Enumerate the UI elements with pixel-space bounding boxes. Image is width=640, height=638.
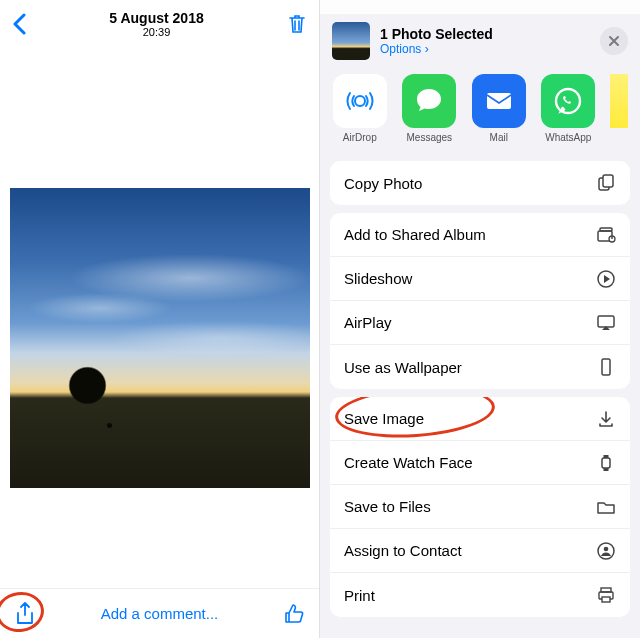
svg-rect-6: [600, 228, 612, 231]
svg-point-2: [556, 89, 580, 113]
action-label: Copy Photo: [344, 175, 422, 192]
photo-image: [10, 188, 310, 488]
share-button[interactable]: [14, 601, 36, 627]
options-link[interactable]: Options ›: [380, 42, 600, 56]
app-label: Mail: [490, 132, 508, 143]
play-icon: [596, 269, 616, 289]
share-apps-row: AirDrop Messages Mail WhatsApp: [320, 68, 640, 153]
messages-icon: [402, 74, 456, 128]
sheet-thumbnail: [332, 22, 370, 60]
action-label: Create Watch Face: [344, 454, 473, 471]
action-shared-album[interactable]: Add to Shared Album: [330, 213, 630, 257]
app-messages[interactable]: Messages: [402, 74, 458, 143]
action-label: Save Image: [344, 410, 424, 427]
action-airplay[interactable]: AirPlay: [330, 301, 630, 345]
airplay-icon: [596, 313, 616, 333]
photo-viewer[interactable]: [0, 48, 319, 588]
action-group-3: Save Image Create Watch Face Save to Fil…: [330, 397, 630, 617]
action-label: AirPlay: [344, 314, 392, 331]
svg-rect-10: [598, 316, 614, 327]
action-label: Print: [344, 587, 375, 604]
app-mail[interactable]: Mail: [471, 74, 527, 143]
action-assign-contact[interactable]: Assign to Contact: [330, 529, 630, 573]
like-button[interactable]: [283, 603, 305, 625]
svg-rect-4: [603, 175, 613, 187]
app-next[interactable]: [610, 74, 628, 143]
app-airdrop[interactable]: AirDrop: [332, 74, 388, 143]
action-save-files[interactable]: Save to Files: [330, 485, 630, 529]
action-label: Add to Shared Album: [344, 226, 486, 243]
trash-button[interactable]: [287, 13, 307, 35]
print-icon: [596, 585, 616, 605]
app-label: AirDrop: [343, 132, 377, 143]
mail-icon: [472, 74, 526, 128]
svg-rect-13: [604, 455, 609, 458]
photo-footer: Add a comment...: [0, 588, 319, 638]
action-print[interactable]: Print: [330, 573, 630, 617]
action-label: Assign to Contact: [344, 542, 462, 559]
svg-point-16: [604, 546, 609, 551]
selected-count: 1 Photo Selected: [380, 26, 600, 42]
download-icon: [596, 409, 616, 429]
svg-rect-12: [602, 458, 610, 468]
action-copy-photo[interactable]: Copy Photo: [330, 161, 630, 205]
action-label: Save to Files: [344, 498, 431, 515]
photo-date: 5 August 2018: [26, 10, 287, 26]
svg-point-0: [355, 96, 365, 106]
sheet-header: 1 Photo Selected Options ›: [320, 10, 640, 68]
back-button[interactable]: [12, 13, 26, 35]
watch-icon: [596, 453, 616, 473]
person-icon: [596, 541, 616, 561]
photo-header: 5 August 2018 20:39: [0, 0, 319, 48]
app-label: WhatsApp: [545, 132, 591, 143]
svg-point-8: [611, 237, 613, 239]
notes-icon: [610, 74, 628, 128]
folder-icon: [596, 497, 616, 517]
album-icon: [596, 225, 616, 245]
svg-rect-14: [604, 468, 609, 471]
svg-rect-11: [602, 359, 610, 375]
action-label: Use as Wallpaper: [344, 359, 462, 376]
phone-icon: [596, 357, 616, 377]
svg-rect-19: [602, 597, 610, 602]
copy-icon: [596, 173, 616, 193]
svg-rect-1: [487, 93, 511, 109]
app-label: Messages: [406, 132, 452, 143]
action-slideshow[interactable]: Slideshow: [330, 257, 630, 301]
app-whatsapp[interactable]: WhatsApp: [541, 74, 597, 143]
add-comment-button[interactable]: Add a comment...: [101, 605, 219, 622]
action-wallpaper[interactable]: Use as Wallpaper: [330, 345, 630, 389]
action-label: Slideshow: [344, 270, 412, 287]
action-group-2: Add to Shared Album Slideshow AirPlay Us…: [330, 213, 630, 389]
photo-title: 5 August 2018 20:39: [26, 10, 287, 38]
action-save-image[interactable]: Save Image: [330, 397, 630, 441]
close-button[interactable]: [600, 27, 628, 55]
action-watch-face[interactable]: Create Watch Face: [330, 441, 630, 485]
whatsapp-icon: [541, 74, 595, 128]
photo-time: 20:39: [26, 26, 287, 38]
action-group-1: Copy Photo: [330, 161, 630, 205]
sheet-backdrop: [320, 0, 640, 14]
airdrop-icon: [333, 74, 387, 128]
